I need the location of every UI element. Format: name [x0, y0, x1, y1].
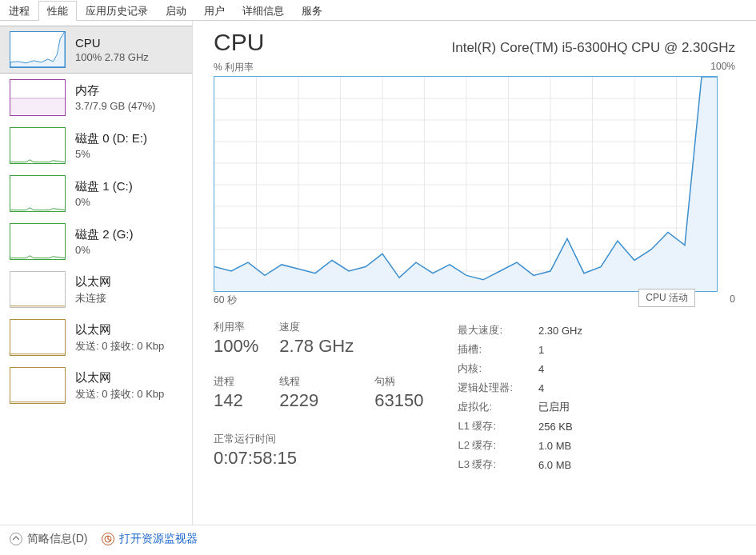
sidebar-item-title: 以太网 [75, 322, 184, 337]
sidebar-item-title: 以太网 [75, 274, 184, 289]
sidebar-item-sub: 0% [75, 196, 184, 208]
sidebar-item-7[interactable]: 以太网发送: 0 接收: 0 Kbp [0, 361, 192, 409]
tab-启动[interactable]: 启动 [157, 1, 195, 21]
stat-value: 2.78 GHz [279, 336, 354, 357]
svg-rect-0 [10, 99, 65, 115]
sidebar-item-title: 磁盘 0 (D: E:) [75, 131, 184, 146]
open-resource-monitor-link[interactable]: 打开资源监视器 [102, 532, 198, 546]
tab-进程[interactable]: 进程 [0, 1, 38, 21]
cpu-usage-chart[interactable] [214, 76, 718, 292]
sidebar-item-2[interactable]: 磁盘 0 (D: E:)5% [0, 122, 192, 170]
summary-view-link[interactable]: 简略信息(D) [10, 532, 87, 546]
spec-value: 1 [538, 341, 582, 358]
spec-label: 内核: [458, 360, 537, 377]
sidebar-item-sub: 发送: 0 接收: 0 Kbp [75, 339, 184, 353]
tab-用户[interactable]: 用户 [195, 1, 234, 21]
stat-value: 142 [214, 390, 258, 411]
spec-label: 最大速度: [458, 321, 537, 339]
spec-value: 1.0 MB [538, 437, 582, 454]
spec-label: 插槽: [458, 341, 537, 358]
thumbnail-chart [10, 31, 66, 68]
chart-ymax: 100% [710, 61, 735, 74]
stat-label: 利用率 [214, 320, 258, 334]
spec-value: 6.0 MB [538, 456, 582, 473]
thumbnail-chart [10, 175, 66, 212]
stat-value: 100% [214, 336, 258, 357]
spec-value: 4 [538, 360, 582, 377]
sidebar-item-5[interactable]: 以太网未连接 [0, 266, 192, 313]
sidebar-item-sub: 未连接 [75, 291, 184, 305]
monitor-icon [102, 533, 114, 545]
thumbnail-chart [10, 127, 66, 164]
tab-详细信息[interactable]: 详细信息 [234, 1, 293, 21]
sidebar-item-title: 磁盘 2 (G:) [75, 227, 184, 242]
sidebar-item-sub: 发送: 0 接收: 0 Kbp [75, 387, 184, 401]
thumbnail-chart [10, 319, 66, 356]
cpu-model: Intel(R) Core(TM) i5-6300HQ CPU @ 2.30GH… [451, 40, 735, 56]
cpu-detail-pane: CPU Intel(R) Core(TM) i5-6300HQ CPU @ 2.… [193, 21, 756, 525]
sidebar-item-sub: 3.7/7.9 GB (47%) [75, 100, 184, 112]
sidebar-item-title: 以太网 [75, 370, 184, 385]
chart-xmax: 0 [730, 293, 735, 307]
tab-bar: 进程性能应用历史记录启动用户详细信息服务 [0, 0, 756, 21]
sidebar-item-sub: 100% 2.78 GHz [75, 51, 184, 63]
stat-value: 63150 [374, 390, 423, 411]
uptime-value: 0:07:58:15 [214, 448, 423, 469]
sidebar-item-title: CPU [75, 36, 184, 50]
stat-label: 速度 [279, 320, 354, 334]
spec-value: 4 [538, 379, 582, 397]
spec-label: L3 缓存: [458, 456, 537, 473]
thumbnail-chart [10, 79, 66, 116]
sidebar-item-1[interactable]: 内存3.7/7.9 GB (47%) [0, 74, 192, 122]
chart-ylabel: % 利用率 [214, 61, 254, 74]
tab-性能[interactable]: 性能 [38, 1, 77, 21]
spec-label: 虚拟化: [458, 398, 537, 416]
chart-xmin: 60 秒 [214, 293, 237, 307]
stat-label: 句柄 [374, 374, 423, 389]
thumbnail-chart [10, 367, 66, 404]
stat-value: 2229 [279, 390, 354, 411]
sidebar-item-6[interactable]: 以太网发送: 0 接收: 0 Kbp [0, 313, 192, 361]
spec-value: 256 KB [538, 417, 582, 435]
sidebar-item-title: 内存 [75, 83, 184, 98]
stat-label: 线程 [279, 374, 354, 389]
chart-tooltip: CPU 活动 [638, 289, 695, 307]
uptime-label: 正常运行时间 [214, 432, 423, 446]
chevron-up-icon [10, 533, 22, 545]
performance-sidebar: CPU100% 2.78 GHz内存3.7/7.9 GB (47%)磁盘 0 (… [0, 21, 193, 525]
thumbnail-chart [10, 271, 66, 308]
sidebar-item-sub: 5% [75, 148, 184, 160]
sidebar-item-title: 磁盘 1 (C:) [75, 179, 184, 194]
spec-value: 已启用 [538, 398, 582, 416]
spec-label: L1 缓存: [458, 417, 537, 435]
detail-title: CPU [214, 29, 264, 56]
tab-应用历史记录[interactable]: 应用历史记录 [77, 1, 157, 21]
sidebar-item-4[interactable]: 磁盘 2 (G:)0% [0, 218, 192, 266]
footer-bar: 简略信息(D) 打开资源监视器 [0, 525, 756, 552]
spec-label: L2 缓存: [458, 437, 537, 454]
stat-label: 进程 [214, 374, 258, 389]
sidebar-item-3[interactable]: 磁盘 1 (C:)0% [0, 170, 192, 218]
thumbnail-chart [10, 223, 66, 260]
sidebar-item-0[interactable]: CPU100% 2.78 GHz [0, 26, 192, 74]
cpu-spec-table: 最大速度:2.30 GHz插槽:1内核:4逻辑处理器:4虚拟化:已启用L1 缓存… [455, 320, 584, 475]
spec-label: 逻辑处理器: [458, 379, 537, 397]
sidebar-item-sub: 0% [75, 244, 184, 256]
tab-服务[interactable]: 服务 [293, 1, 331, 21]
spec-value: 2.30 GHz [538, 321, 582, 339]
